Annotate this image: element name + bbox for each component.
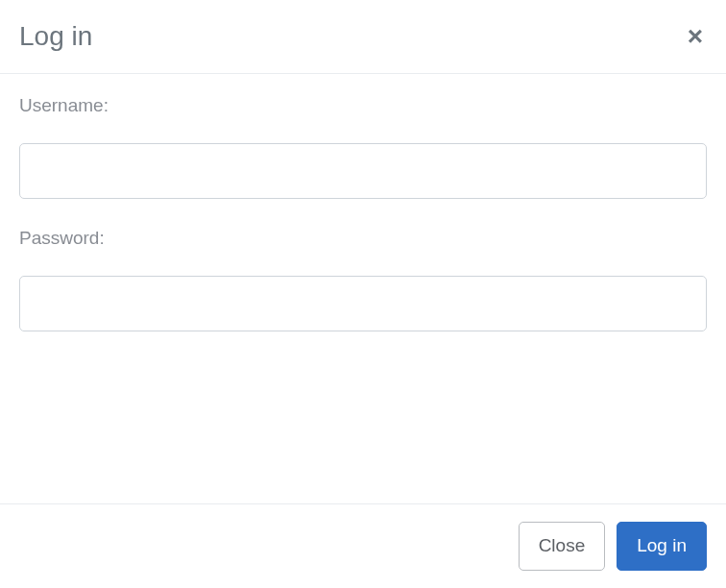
modal-title: Log in bbox=[19, 21, 92, 52]
close-icon[interactable]: × bbox=[684, 23, 707, 50]
modal-body: Username: Password: bbox=[0, 74, 726, 503]
login-button[interactable]: Log in bbox=[617, 522, 707, 571]
close-button[interactable]: Close bbox=[519, 522, 606, 571]
username-label: Username: bbox=[19, 95, 707, 116]
username-group: Username: bbox=[19, 95, 707, 199]
modal-footer: Close Log in bbox=[0, 503, 726, 588]
password-label: Password: bbox=[19, 228, 707, 249]
password-group: Password: bbox=[19, 228, 707, 331]
login-modal: Log in × Username: Password: Close Log i… bbox=[0, 0, 726, 588]
password-input[interactable] bbox=[19, 276, 707, 331]
modal-header: Log in × bbox=[0, 0, 726, 74]
username-input[interactable] bbox=[19, 143, 707, 199]
